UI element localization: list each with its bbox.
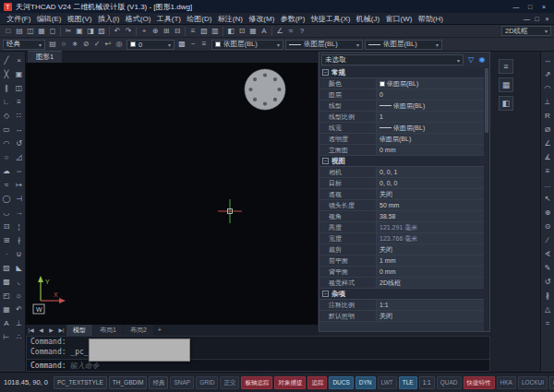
spline-button[interactable]: ≈ <box>1 178 12 192</box>
continue-dimension-button[interactable]: … <box>542 178 553 192</box>
property-value-front-plane[interactable]: 1 mm <box>377 255 484 266</box>
offset-button[interactable]: ≡ <box>14 95 25 109</box>
ellipse-arc-button[interactable]: ◡ <box>1 206 12 220</box>
quick-dimension-button[interactable]: ∡ <box>542 150 553 164</box>
revision-cloud-button[interactable]: ☁ <box>1 164 12 178</box>
multiline-text-button[interactable]: A <box>1 316 12 330</box>
diameter-dimension-button[interactable]: Ø <box>542 123 553 137</box>
property-value-clipping[interactable]: 关闭 <box>377 244 484 255</box>
menu-modify[interactable]: 修改(M) <box>246 13 277 25</box>
add-layout-button[interactable]: + <box>154 325 165 336</box>
print-preview-button[interactable]: ◻ <box>47 26 58 37</box>
rotate-button[interactable]: ↺ <box>14 137 25 150</box>
ellipse-button[interactable]: ◯ <box>1 192 12 206</box>
property-value-annotation-scale[interactable]: 1:1 <box>377 300 484 310</box>
status-classic[interactable]: 经典 <box>149 376 168 389</box>
section-view[interactable]: −视图 <box>319 156 484 167</box>
property-value-target[interactable]: 0, 0, 0 <box>377 178 484 188</box>
status-annotation-scale[interactable]: 1:1 <box>419 376 435 389</box>
status-dyn[interactable]: DYN <box>355 376 376 389</box>
property-value-linetype-scale[interactable]: 1 <box>377 112 484 122</box>
property-value-back-plane[interactable]: 0 mm <box>377 267 484 277</box>
property-value-elevation[interactable]: 0 mm <box>377 145 484 155</box>
properties-scrollbar[interactable] <box>484 67 489 331</box>
join-button[interactable]: ∪ <box>14 247 25 261</box>
properties-palette-button[interactable]: ≡ <box>187 26 199 37</box>
property-value-transparency[interactable]: 依图层(BL) <box>377 134 484 144</box>
menu-help[interactable]: 帮助(H) <box>416 13 446 25</box>
property-value-height[interactable]: 121.291 毫米 <box>377 222 484 232</box>
menu-parametric[interactable]: 参数(P) <box>278 13 308 25</box>
explode-button[interactable]: ☼ <box>14 289 25 303</box>
layer-freeze-button[interactable]: ∗ <box>69 39 80 50</box>
break-at-point-button[interactable]: ¦ <box>14 220 25 233</box>
status-th-gbdim[interactable]: TH_GBDIM <box>109 376 148 389</box>
polyline-button[interactable]: ∟ <box>1 95 12 109</box>
trim-button[interactable]: ⊣ <box>14 192 25 206</box>
paste-button[interactable]: ◨ <box>85 26 96 37</box>
table-button[interactable]: ▦ <box>247 26 259 37</box>
color-picker-button[interactable]: ▩ <box>176 39 187 50</box>
menu-tools[interactable]: 工具(T) <box>154 13 185 25</box>
table-button[interactable]: ▦ <box>1 303 12 316</box>
property-value-perspective[interactable]: 关闭 <box>377 189 484 199</box>
status-ortho[interactable]: 正交 <box>220 376 239 389</box>
property-value-visual-style[interactable]: 2D线框 <box>377 278 484 288</box>
command-window[interactable]: Command:Command: _pc_about Command: 输入命令 <box>26 336 490 372</box>
workspace-combo[interactable]: 经典 ▾ <box>3 40 45 50</box>
prev-tab-button[interactable]: ◀ <box>36 325 46 336</box>
insert-block-button[interactable]: ⊡ <box>1 220 12 233</box>
window-maximize-button[interactable]: □ <box>524 2 536 12</box>
chamfer-button[interactable]: ◣ <box>14 261 25 275</box>
menu-view[interactable]: 视图(V) <box>65 13 95 25</box>
match-properties-button[interactable]: ▨ <box>96 26 107 37</box>
line-button[interactable]: ╱ <box>1 53 12 67</box>
quick-calc-button[interactable]: ▦ <box>499 77 513 92</box>
property-value-color[interactable]: 依图层(BL) <box>377 78 484 89</box>
zoom-window-button[interactable]: ⊞ <box>161 26 172 37</box>
menu-mechanical[interactable]: 机械(J) <box>354 13 383 25</box>
undo-button[interactable]: ↶ <box>112 26 123 37</box>
copy-object-button[interactable]: ▣ <box>14 67 25 81</box>
save-file-button[interactable]: ◫ <box>25 26 36 37</box>
properties-toggle-button[interactable]: ≡ <box>499 59 513 74</box>
multileader-button[interactable]: ↖ <box>542 192 553 206</box>
tab-layout2[interactable]: 布局2 <box>124 325 153 336</box>
status-ducs[interactable]: DUCS <box>329 376 353 389</box>
make-block-button[interactable]: ⊞ <box>1 233 12 247</box>
open-file-button[interactable]: ▤ <box>14 26 25 37</box>
status-quick-properties[interactable]: 快捷特性 <box>464 376 495 389</box>
help-button[interactable]: ? <box>296 26 307 37</box>
layer-properties-button[interactable]: ▤ <box>47 39 58 50</box>
collapse-icon[interactable]: − <box>322 158 329 164</box>
layer-combo[interactable]: 0 ▾ <box>126 40 175 50</box>
menu-window[interactable]: 窗口(W) <box>382 13 415 25</box>
aligned-dimension-button[interactable]: ⇗ <box>542 67 553 81</box>
layer-isolate-button[interactable]: ◎ <box>114 39 125 50</box>
stretch-button[interactable]: ⇔ <box>14 164 25 178</box>
collapse-icon[interactable]: − <box>322 291 329 297</box>
status-hka[interactable]: HKA <box>497 376 516 389</box>
tolerance-button[interactable]: ⊕ <box>542 206 553 220</box>
toggle-pickadd-icon[interactable]: ◉ <box>476 54 488 65</box>
lineweight-combo[interactable]: 依图层(BL) ▾ <box>365 40 442 50</box>
selection-filter-combo[interactable]: 未选取 ▾ <box>321 54 464 65</box>
arc-length-dimension-button[interactable]: ◠ <box>542 81 553 95</box>
dimension-break-button[interactable]: ∦ <box>542 289 553 303</box>
section-general[interactable]: −常规 <box>319 67 484 78</box>
pan-button[interactable]: + <box>138 26 150 37</box>
first-tab-button[interactable]: |◀ <box>26 325 36 336</box>
dimension-style-button[interactable]: ✎ <box>542 261 553 275</box>
status-polar-tracking[interactable]: 极轴追踪 <box>241 376 272 389</box>
circle-button[interactable]: ○ <box>1 150 12 164</box>
lengthen-button[interactable]: ↦ <box>14 178 25 192</box>
linetype-manager-button[interactable]: ~ <box>187 39 199 50</box>
design-center-toggle-button[interactable]: ◧ <box>499 96 513 111</box>
last-tab-button[interactable]: ▶| <box>56 325 66 336</box>
new-file-button[interactable]: □ <box>3 26 14 37</box>
radius-dimension-button[interactable]: R <box>542 109 553 123</box>
document-tab-drawing1[interactable]: 图形1 <box>28 51 62 63</box>
menu-edit[interactable]: 编辑(E) <box>34 13 65 25</box>
list-button[interactable]: ≈ <box>285 26 296 37</box>
property-value-camera[interactable]: 0, 0, 1 <box>377 167 484 177</box>
